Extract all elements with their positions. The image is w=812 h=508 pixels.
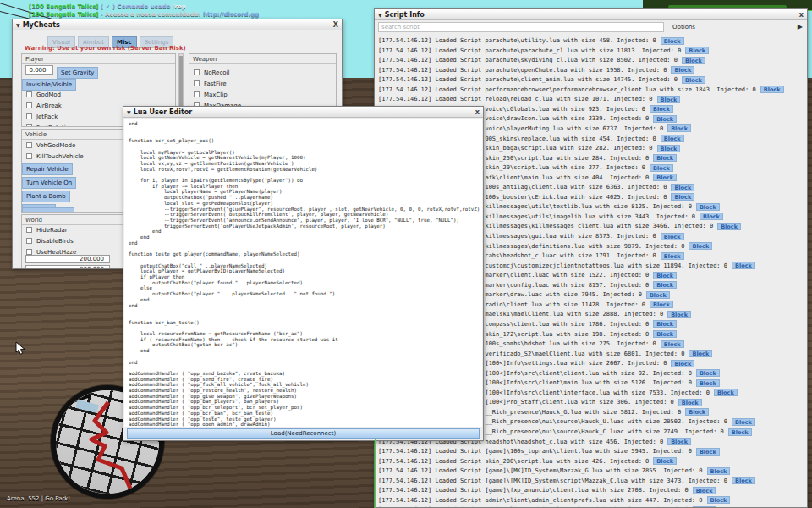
- block-button[interactable]: Block: [667, 311, 691, 318]
- block-button[interactable]: Block: [661, 37, 684, 45]
- arena-status-text: Arena: 552 | Go Park!: [7, 495, 70, 502]
- set-gravity-button[interactable]: Set Gravity: [57, 67, 98, 79]
- block-button[interactable]: Block: [646, 291, 670, 299]
- block-button[interactable]: Block: [717, 223, 741, 230]
- block-button[interactable]: Block: [696, 379, 720, 387]
- checkbox[interactable]: [26, 124, 32, 127]
- close-icon[interactable]: x: [475, 108, 480, 116]
- block-button[interactable]: Block: [693, 506, 716, 507]
- world-value-input[interactable]: [25, 265, 110, 268]
- checkbox[interactable]: [194, 69, 200, 75]
- block-button[interactable]: Block: [678, 399, 702, 406]
- checkbox[interactable]: [26, 102, 32, 108]
- block-button[interactable]: Block: [650, 301, 673, 308]
- checkbox[interactable]: [26, 142, 32, 148]
- block-button[interactable]: Block: [671, 184, 694, 191]
- script-info-titlebar[interactable]: ▼ Script Info x: [375, 9, 807, 20]
- block-button[interactable]: Block: [685, 47, 709, 54]
- chat-text: - Acesse a nossa comunidade:: [101, 11, 203, 18]
- checkbox-label: AirBreak: [36, 102, 62, 109]
- block-button[interactable]: Block: [653, 320, 677, 328]
- checkbox-row[interactable]: GodMod: [22, 89, 175, 100]
- collapse-icon[interactable]: ▼: [378, 12, 382, 18]
- block-button[interactable]: Block: [671, 193, 694, 201]
- block-button[interactable]: Block: [657, 145, 681, 152]
- script-row-text: [177.54.146.12] Loaded Script [game]\100…: [378, 448, 692, 455]
- block-button[interactable]: Block: [661, 340, 684, 348]
- close-icon[interactable]: X: [333, 21, 338, 29]
- block-button[interactable]: Block: [728, 428, 752, 436]
- block-button[interactable]: Block: [653, 174, 677, 181]
- weapon-groupbox-label: Weapon: [189, 54, 336, 64]
- block-button[interactable]: Block: [653, 115, 677, 123]
- block-button[interactable]: Block: [696, 448, 720, 456]
- block-button[interactable]: Block: [653, 330, 677, 338]
- checkbox[interactable]: [26, 227, 32, 233]
- block-button[interactable]: Block: [693, 487, 716, 494]
- mycheats-titlebar[interactable]: ▼ MyCheats X: [13, 19, 342, 30]
- block-button[interactable]: Block: [732, 477, 755, 484]
- turn-vehicle-on-button[interactable]: Turn Vehicle On: [22, 177, 76, 189]
- plant-a-bomb-button[interactable]: Plant a Bomb: [22, 190, 70, 202]
- gravity-input[interactable]: [25, 65, 53, 75]
- checkbox[interactable]: [194, 91, 200, 97]
- game-screen: [100 Sangatla Talics] ( ✓ ) Comando usad…: [0, 0, 812, 508]
- lua-code[interactable]: end function bcr_set_player_pos() local …: [129, 121, 482, 427]
- repair-vehicle-button[interactable]: Repair Vehicle: [22, 163, 73, 175]
- collapse-icon[interactable]: ▼: [127, 109, 131, 115]
- block-button[interactable]: Block: [700, 213, 723, 220]
- block-button[interactable]: Block: [760, 86, 784, 93]
- block-button[interactable]: Block: [732, 262, 755, 269]
- checkbox[interactable]: [26, 113, 32, 119]
- block-button[interactable]: Block: [653, 457, 677, 465]
- checkbox[interactable]: [194, 80, 200, 86]
- block-button[interactable]: Block: [653, 281, 677, 289]
- script-row: [177.54.146.12] Loaded Script [game]\[MK…: [378, 467, 730, 475]
- chat-area: [100 Sangatla Talics] ( ✓ ) Comando usad…: [29, 3, 259, 19]
- checkbox[interactable]: [26, 249, 32, 255]
- block-button[interactable]: Block: [671, 66, 694, 74]
- world-object-line: [375, 439, 376, 508]
- checkbox[interactable]: [26, 238, 32, 244]
- block-button[interactable]: Block: [689, 242, 712, 250]
- block-button[interactable]: Block: [696, 369, 720, 377]
- block-button[interactable]: Block: [685, 408, 709, 416]
- checkbox[interactable]: [26, 153, 32, 159]
- clipped-button[interactable]: [22, 207, 74, 213]
- collapse-icon[interactable]: ▼: [16, 22, 20, 28]
- block-button[interactable]: Block: [671, 360, 694, 367]
- block-button[interactable]: Block: [682, 76, 705, 84]
- script-row-text: [177.54.146.12] Loaded Script parachute\…: [378, 67, 667, 74]
- load-button[interactable]: Load(NeedReconnect): [127, 428, 480, 439]
- world-value-input[interactable]: [25, 255, 110, 263]
- block-button[interactable]: Block: [732, 418, 755, 426]
- expand-arrow-icon[interactable]: ▶: [798, 23, 803, 30]
- mouse-cursor: [15, 341, 27, 356]
- block-button[interactable]: Block: [667, 438, 691, 445]
- script-row-text: [177.54.146.12] Loaded Script parachute\…: [378, 47, 681, 54]
- close-icon[interactable]: x: [799, 11, 804, 19]
- block-button[interactable]: Block: [714, 389, 738, 396]
- block-button[interactable]: Block: [682, 57, 705, 64]
- block-button[interactable]: Block: [650, 105, 673, 113]
- block-button[interactable]: Block: [707, 496, 731, 504]
- block-button[interactable]: Block: [653, 272, 677, 279]
- code-editor-area[interactable]: end function bcr_set_player_pos() local …: [124, 119, 482, 427]
- block-button[interactable]: Block: [661, 252, 684, 260]
- block-button[interactable]: Block: [707, 467, 731, 475]
- block-button[interactable]: Block: [661, 135, 684, 142]
- block-button[interactable]: Block: [689, 350, 712, 357]
- options-button[interactable]: Options: [672, 24, 695, 30]
- lua-editor-titlebar[interactable]: ▼ Lua User Editor x: [123, 107, 483, 118]
- checkbox-row[interactable]: FastFire: [189, 78, 336, 89]
- checkbox-row[interactable]: MaxClip: [189, 89, 336, 100]
- block-button[interactable]: Block: [657, 96, 681, 103]
- block-button[interactable]: Block: [696, 203, 720, 211]
- block-button[interactable]: Block: [667, 124, 691, 132]
- block-button[interactable]: Block: [653, 154, 677, 162]
- checkbox-row[interactable]: NoRecoil: [189, 67, 336, 78]
- block-button[interactable]: Block: [661, 233, 684, 240]
- checkbox[interactable]: [26, 91, 32, 97]
- search-input[interactable]: [378, 22, 664, 32]
- block-button[interactable]: Block: [650, 164, 673, 172]
